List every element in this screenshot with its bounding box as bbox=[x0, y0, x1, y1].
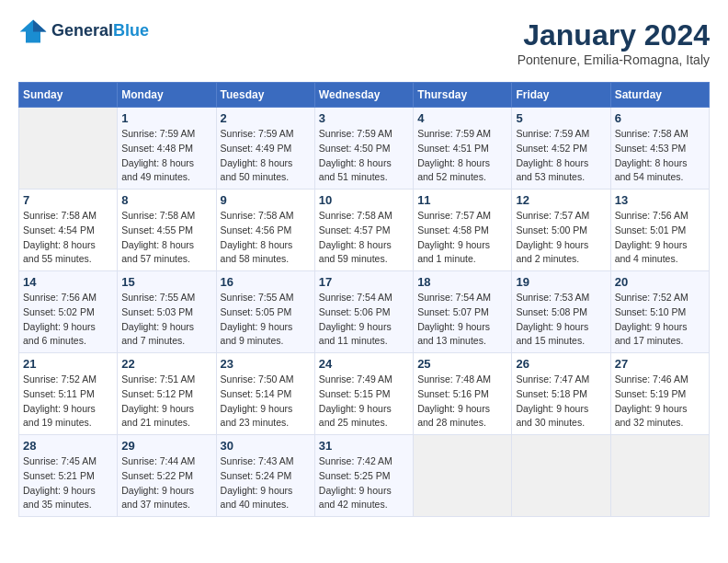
calendar-cell: 6Sunrise: 7:58 AMSunset: 4:53 PMDaylight… bbox=[610, 108, 709, 190]
title-block: January 2024 Pontenure, Emilia-Romagna, … bbox=[518, 18, 710, 67]
day-info: Sunrise: 7:47 AMSunset: 5:18 PMDaylight:… bbox=[516, 373, 606, 431]
calendar-cell: 26Sunrise: 7:47 AMSunset: 5:18 PMDayligh… bbox=[512, 353, 610, 435]
header-row: SundayMondayTuesdayWednesdayThursdayFrid… bbox=[19, 83, 710, 108]
col-header-thursday: Thursday bbox=[414, 83, 512, 108]
day-number: 14 bbox=[23, 275, 113, 289]
calendar-cell: 12Sunrise: 7:57 AMSunset: 5:00 PMDayligh… bbox=[512, 190, 610, 271]
calendar-cell: 8Sunrise: 7:58 AMSunset: 4:55 PMDaylight… bbox=[118, 190, 216, 271]
day-info: Sunrise: 7:51 AMSunset: 5:12 PMDaylight:… bbox=[121, 373, 211, 431]
day-info: Sunrise: 7:59 AMSunset: 4:50 PMDaylight:… bbox=[319, 127, 409, 185]
week-row-1: 1Sunrise: 7:59 AMSunset: 4:48 PMDaylight… bbox=[19, 108, 710, 190]
calendar-cell: 7Sunrise: 7:58 AMSunset: 4:54 PMDaylight… bbox=[19, 190, 118, 271]
col-header-friday: Friday bbox=[512, 83, 610, 108]
day-number: 25 bbox=[417, 357, 507, 371]
calendar-cell: 31Sunrise: 7:42 AMSunset: 5:25 PMDayligh… bbox=[314, 435, 413, 517]
svg-marker-1 bbox=[33, 20, 46, 32]
week-row-2: 7Sunrise: 7:58 AMSunset: 4:54 PMDaylight… bbox=[19, 190, 710, 271]
calendar-cell: 5Sunrise: 7:59 AMSunset: 4:52 PMDaylight… bbox=[512, 108, 610, 190]
day-info: Sunrise: 7:58 AMSunset: 4:56 PMDaylight:… bbox=[221, 209, 311, 267]
day-number: 20 bbox=[615, 275, 705, 289]
logo-text: GeneralBlue bbox=[51, 21, 149, 41]
day-info: Sunrise: 7:54 AMSunset: 5:07 PMDaylight:… bbox=[417, 291, 507, 349]
day-number: 6 bbox=[615, 111, 705, 125]
day-number: 30 bbox=[221, 439, 311, 453]
location-subtitle: Pontenure, Emilia-Romagna, Italy bbox=[518, 52, 710, 67]
day-info: Sunrise: 7:58 AMSunset: 4:54 PMDaylight:… bbox=[23, 209, 113, 267]
day-info: Sunrise: 7:46 AMSunset: 5:19 PMDaylight:… bbox=[615, 373, 705, 431]
calendar-cell bbox=[414, 435, 512, 517]
day-info: Sunrise: 7:50 AMSunset: 5:14 PMDaylight:… bbox=[221, 373, 311, 431]
day-number: 21 bbox=[23, 357, 113, 371]
day-info: Sunrise: 7:59 AMSunset: 4:49 PMDaylight:… bbox=[221, 127, 311, 185]
calendar-cell: 30Sunrise: 7:43 AMSunset: 5:24 PMDayligh… bbox=[216, 435, 314, 517]
calendar-cell: 29Sunrise: 7:44 AMSunset: 5:22 PMDayligh… bbox=[118, 435, 216, 517]
day-info: Sunrise: 7:58 AMSunset: 4:53 PMDaylight:… bbox=[615, 127, 705, 185]
day-number: 3 bbox=[319, 111, 409, 125]
day-info: Sunrise: 7:58 AMSunset: 4:55 PMDaylight:… bbox=[121, 209, 211, 267]
day-number: 5 bbox=[516, 111, 606, 125]
calendar-cell bbox=[610, 435, 709, 517]
calendar-cell: 22Sunrise: 7:51 AMSunset: 5:12 PMDayligh… bbox=[118, 353, 216, 435]
calendar-cell: 11Sunrise: 7:57 AMSunset: 4:58 PMDayligh… bbox=[414, 190, 512, 271]
calendar-cell: 25Sunrise: 7:48 AMSunset: 5:16 PMDayligh… bbox=[414, 353, 512, 435]
day-info: Sunrise: 7:44 AMSunset: 5:22 PMDaylight:… bbox=[121, 454, 211, 512]
day-info: Sunrise: 7:48 AMSunset: 5:16 PMDaylight:… bbox=[417, 373, 507, 431]
day-number: 2 bbox=[221, 111, 311, 125]
calendar-cell: 10Sunrise: 7:58 AMSunset: 4:57 PMDayligh… bbox=[314, 190, 413, 271]
calendar-cell: 20Sunrise: 7:52 AMSunset: 5:10 PMDayligh… bbox=[610, 271, 709, 353]
day-number: 13 bbox=[615, 193, 705, 207]
day-number: 10 bbox=[319, 193, 409, 207]
day-number: 19 bbox=[516, 275, 606, 289]
calendar-cell: 21Sunrise: 7:52 AMSunset: 5:11 PMDayligh… bbox=[19, 353, 118, 435]
calendar-cell: 19Sunrise: 7:53 AMSunset: 5:08 PMDayligh… bbox=[512, 271, 610, 353]
calendar-cell: 2Sunrise: 7:59 AMSunset: 4:49 PMDaylight… bbox=[216, 108, 314, 190]
day-number: 17 bbox=[319, 275, 409, 289]
page-header: GeneralBlue January 2024 Pontenure, Emil… bbox=[18, 18, 710, 67]
day-number: 31 bbox=[319, 439, 409, 453]
day-number: 1 bbox=[121, 111, 211, 125]
day-number: 7 bbox=[23, 193, 113, 207]
calendar-cell: 18Sunrise: 7:54 AMSunset: 5:07 PMDayligh… bbox=[414, 271, 512, 353]
day-info: Sunrise: 7:49 AMSunset: 5:15 PMDaylight:… bbox=[319, 373, 409, 431]
day-info: Sunrise: 7:59 AMSunset: 4:52 PMDaylight:… bbox=[516, 127, 606, 185]
day-number: 26 bbox=[516, 357, 606, 371]
calendar-cell bbox=[19, 108, 118, 190]
calendar-cell bbox=[512, 435, 610, 517]
calendar-cell: 15Sunrise: 7:55 AMSunset: 5:03 PMDayligh… bbox=[118, 271, 216, 353]
day-info: Sunrise: 7:57 AMSunset: 5:00 PMDaylight:… bbox=[516, 209, 606, 267]
calendar-cell: 4Sunrise: 7:59 AMSunset: 4:51 PMDaylight… bbox=[414, 108, 512, 190]
day-info: Sunrise: 7:43 AMSunset: 5:24 PMDaylight:… bbox=[221, 454, 311, 512]
calendar-cell: 14Sunrise: 7:56 AMSunset: 5:02 PMDayligh… bbox=[19, 271, 118, 353]
calendar-cell: 3Sunrise: 7:59 AMSunset: 4:50 PMDaylight… bbox=[314, 108, 413, 190]
calendar-cell: 17Sunrise: 7:54 AMSunset: 5:06 PMDayligh… bbox=[314, 271, 413, 353]
day-number: 28 bbox=[23, 439, 113, 453]
day-info: Sunrise: 7:58 AMSunset: 4:57 PMDaylight:… bbox=[319, 209, 409, 267]
calendar-cell: 1Sunrise: 7:59 AMSunset: 4:48 PMDaylight… bbox=[118, 108, 216, 190]
day-info: Sunrise: 7:42 AMSunset: 5:25 PMDaylight:… bbox=[319, 454, 409, 512]
day-number: 12 bbox=[516, 193, 606, 207]
col-header-wednesday: Wednesday bbox=[314, 83, 413, 108]
day-number: 9 bbox=[221, 193, 311, 207]
calendar-cell: 16Sunrise: 7:55 AMSunset: 5:05 PMDayligh… bbox=[216, 271, 314, 353]
col-header-saturday: Saturday bbox=[610, 83, 709, 108]
week-row-4: 21Sunrise: 7:52 AMSunset: 5:11 PMDayligh… bbox=[19, 353, 710, 435]
day-info: Sunrise: 7:57 AMSunset: 4:58 PMDaylight:… bbox=[417, 209, 507, 267]
day-info: Sunrise: 7:52 AMSunset: 5:11 PMDaylight:… bbox=[23, 373, 113, 431]
day-number: 24 bbox=[319, 357, 409, 371]
col-header-monday: Monday bbox=[118, 83, 216, 108]
day-info: Sunrise: 7:56 AMSunset: 5:01 PMDaylight:… bbox=[615, 209, 705, 267]
day-number: 8 bbox=[121, 193, 211, 207]
day-number: 27 bbox=[615, 357, 705, 371]
calendar-cell: 9Sunrise: 7:58 AMSunset: 4:56 PMDaylight… bbox=[216, 190, 314, 271]
day-info: Sunrise: 7:56 AMSunset: 5:02 PMDaylight:… bbox=[23, 291, 113, 349]
calendar-cell: 28Sunrise: 7:45 AMSunset: 5:21 PMDayligh… bbox=[19, 435, 118, 517]
day-info: Sunrise: 7:55 AMSunset: 5:05 PMDaylight:… bbox=[221, 291, 311, 349]
day-info: Sunrise: 7:59 AMSunset: 4:51 PMDaylight:… bbox=[417, 127, 507, 185]
day-info: Sunrise: 7:55 AMSunset: 5:03 PMDaylight:… bbox=[121, 291, 211, 349]
day-info: Sunrise: 7:45 AMSunset: 5:21 PMDaylight:… bbox=[23, 454, 113, 512]
day-info: Sunrise: 7:52 AMSunset: 5:10 PMDaylight:… bbox=[615, 291, 705, 349]
calendar-cell: 24Sunrise: 7:49 AMSunset: 5:15 PMDayligh… bbox=[314, 353, 413, 435]
col-header-tuesday: Tuesday bbox=[216, 83, 314, 108]
day-number: 29 bbox=[121, 439, 211, 453]
day-info: Sunrise: 7:53 AMSunset: 5:08 PMDaylight:… bbox=[516, 291, 606, 349]
